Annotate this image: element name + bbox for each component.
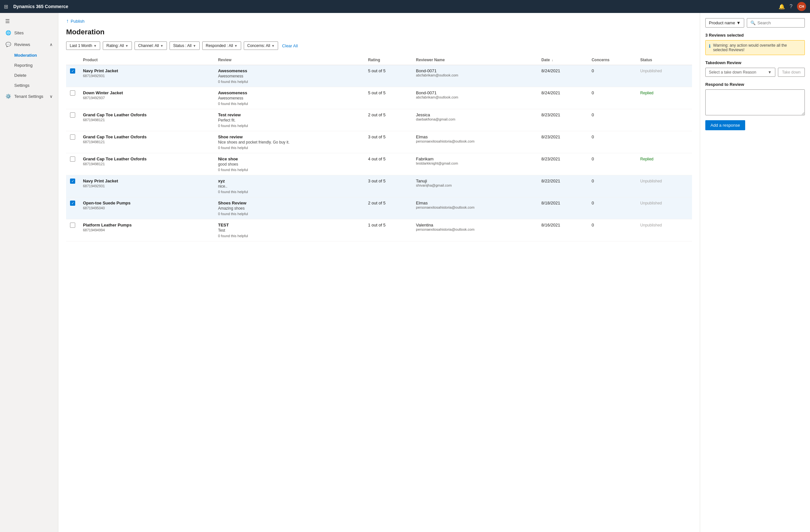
status-filter-label: Status : All — [173, 44, 192, 48]
app-title: Dynamics 365 Commerce — [13, 4, 775, 9]
row-checkbox[interactable] — [70, 201, 75, 206]
concerns-filter-label: Concerns: All — [247, 44, 270, 48]
th-reviewer: Reviewer Name — [412, 55, 537, 65]
responded-filter-label: Responded : All — [206, 44, 233, 48]
sidebar-section-reviews[interactable]: 💬 Reviews ∧ — [0, 38, 58, 50]
channel-filter[interactable]: Channel: All ▼ — [134, 41, 167, 50]
cell-rating: 5 out of 5 — [364, 65, 412, 87]
review-title: Awesomeness — [218, 68, 360, 73]
date-sort-icon: ↓ — [552, 58, 553, 62]
table-row: Open-toe Suede Pumps68719495040Shoes Rev… — [66, 197, 692, 219]
cell-concerns: 0 — [588, 175, 636, 197]
row-checkbox[interactable] — [70, 179, 75, 184]
sidebar-reviews-label: Reviews — [14, 42, 30, 47]
take-down-button[interactable]: Take down — [778, 68, 805, 77]
cell-concerns: 0 — [588, 65, 636, 87]
main-content: ↑ Publish Moderation Last 1 Month ▼ Rati… — [58, 13, 700, 532]
product-name: Navy Print Jacket — [83, 68, 210, 73]
product-id: 68719498121 — [83, 140, 210, 144]
date-filter-label: Last 1 Month — [70, 44, 92, 48]
notification-icon[interactable]: 🔔 — [779, 3, 785, 10]
product-name-dropdown[interactable]: Product name ▼ — [705, 18, 744, 28]
cell-status: Unpublished — [636, 219, 692, 242]
row-checkbox[interactable] — [70, 90, 75, 96]
sidebar-sub-reviews: Moderation Reporting Delete Settings — [0, 50, 58, 90]
reviewer-name: Bond-0071 — [416, 90, 534, 95]
date-filter[interactable]: Last 1 Month ▼ — [66, 41, 100, 50]
row-checkbox[interactable] — [70, 134, 75, 140]
product-id: 68719492931 — [83, 184, 210, 188]
table-row: Navy Print Jacket68719492931AwesomenessA… — [66, 65, 692, 87]
review-title: Awesomeness — [218, 90, 360, 95]
reviews-icon: 💬 — [5, 42, 11, 47]
sidebar-item-delete[interactable]: Delete — [10, 70, 58, 80]
help-icon[interactable]: ? — [790, 3, 793, 10]
product-name: Grand Cap Toe Leather Oxfords — [83, 156, 210, 161]
status-filter[interactable]: Status : All ▼ — [169, 41, 200, 50]
add-response-button[interactable]: Add a response — [705, 120, 745, 130]
globe-icon: 🌐 — [5, 30, 11, 35]
respond-textarea[interactable] — [705, 89, 805, 115]
cell-rating: 3 out of 5 — [364, 175, 412, 197]
cell-status: Unpublished — [636, 175, 692, 197]
helpful-text: 0 found this helpful — [218, 190, 360, 194]
cell-product: Open-toe Suede Pumps68719495040 — [79, 197, 214, 219]
product-id: 68719492931 — [83, 74, 210, 78]
th-date[interactable]: Date ↓ — [537, 55, 588, 65]
search-box: 🔍 — [747, 18, 805, 28]
product-id: 68719492937 — [83, 96, 210, 100]
topbar: ⊞ Dynamics 365 Commerce 🔔 ? CH — [0, 0, 810, 13]
sidebar-section-tenant[interactable]: ⚙️ Tenant Settings ∨ — [0, 90, 58, 102]
th-review: Review — [214, 55, 364, 65]
avatar[interactable]: CH — [797, 2, 806, 11]
sidebar-item-sites[interactable]: 🌐 Sites — [0, 27, 58, 38]
info-icon: ℹ — [709, 44, 711, 49]
cell-status: Replied — [636, 153, 692, 175]
status-badge: Unpublished — [640, 69, 662, 73]
row-checkbox[interactable] — [70, 222, 75, 228]
sidebar-item-settings[interactable]: Settings — [10, 80, 58, 90]
responded-filter-chevron: ▼ — [234, 44, 238, 48]
th-status: Status — [636, 55, 692, 65]
sidebar-item-reporting[interactable]: Reporting — [10, 60, 58, 70]
row-checkbox[interactable] — [70, 156, 75, 162]
filters-bar: Last 1 Month ▼ Rating: All ▼ Channel: Al… — [66, 41, 692, 50]
table-row: Grand Cap Toe Leather Oxfords68719498121… — [66, 109, 692, 131]
cell-product: Down Winter Jacket68719492937 — [79, 87, 214, 109]
reviewer-email: daebakfiona@gmail.com — [416, 117, 534, 121]
th-concerns: Concerns — [588, 55, 636, 65]
clear-all-button[interactable]: Clear All — [282, 44, 297, 48]
reviewer-email: personaexitosahistoria@outlook.com — [416, 228, 534, 231]
product-name: Platform Leather Pumps — [83, 222, 210, 228]
status-badge: Unpublished — [640, 201, 662, 205]
reviews-selected-count: 3 Reviews selected — [705, 33, 805, 37]
cell-concerns: 0 — [588, 131, 636, 153]
cell-concerns: 0 — [588, 197, 636, 219]
rating-filter[interactable]: Rating: All ▼ — [103, 41, 132, 50]
responded-filter[interactable]: Responded : All ▼ — [202, 41, 241, 50]
product-id: 68719498121 — [83, 162, 210, 166]
takedown-reason-dropdown[interactable]: Select a take down Reason ▼ — [705, 68, 775, 77]
sidebar-tenant-label: Tenant Settings — [14, 94, 44, 99]
cell-review: Shoes ReviewAmazing shoes0 found this he… — [214, 197, 364, 219]
sidebar-item-moderation[interactable]: Moderation — [10, 50, 58, 60]
cell-concerns: 0 — [588, 153, 636, 175]
cell-rating: 4 out of 5 — [364, 153, 412, 175]
cell-product: Navy Print Jacket68719492931 — [79, 175, 214, 197]
concerns-filter[interactable]: Concerns: All ▼ — [244, 41, 278, 50]
reviewer-email: personaexitosahistoria@outlook.com — [416, 139, 534, 143]
right-panel: Product name ▼ 🔍 3 Reviews selected ℹ Wa… — [700, 13, 810, 532]
row-checkbox[interactable] — [70, 113, 75, 118]
search-input[interactable] — [758, 20, 801, 25]
reviewer-name: Jessica — [416, 113, 534, 117]
hamburger-button[interactable]: ☰ — [0, 16, 58, 27]
cell-reviewer: Jessicadaebakfiona@gmail.com — [412, 109, 537, 131]
reviewer-email: abcfabrikam@outlook.com — [416, 73, 534, 77]
cell-date: 8/16/2021 — [537, 219, 588, 242]
publish-bar[interactable]: ↑ Publish — [66, 18, 692, 24]
grid-icon[interactable]: ⊞ — [4, 3, 8, 10]
row-checkbox[interactable] — [70, 68, 75, 73]
reviewer-email: abcfabrikam@outlook.com — [416, 95, 534, 99]
cell-date: 8/24/2021 — [537, 65, 588, 87]
review-title: Test review — [218, 113, 360, 117]
